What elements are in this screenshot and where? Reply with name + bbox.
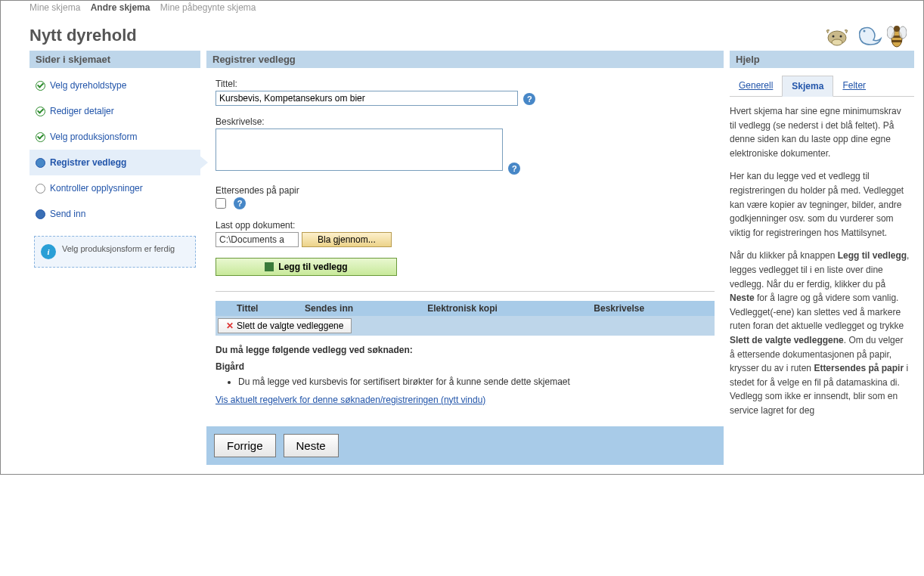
- svg-point-8: [887, 26, 895, 39]
- browse-button[interactable]: Bla gjennom...: [302, 232, 392, 247]
- required-item: Du må legge ved kursbevis for sertifiser…: [238, 376, 715, 387]
- regulations-link[interactable]: Vis aktuelt regelverk for denne søknaden…: [215, 395, 485, 405]
- file-path-display: C:\Documents a: [215, 232, 299, 247]
- help-header: Hjelp: [730, 51, 914, 68]
- help-tab-generell[interactable]: Generell: [730, 76, 782, 96]
- sidebar: Sider i skjemaet Velg dyreholdstype Redi…: [29, 51, 200, 272]
- info-box: i Velg produksjonsform er ferdig: [34, 236, 196, 268]
- svg-point-1: [832, 39, 842, 45]
- paper-label: Ettersendes på papir: [215, 185, 715, 196]
- sidebar-item-label[interactable]: Kontroller opplysninger: [50, 183, 143, 194]
- nav-bar: Forrige Neste: [206, 426, 724, 465]
- help-icon[interactable]: ?: [234, 197, 246, 209]
- next-button[interactable]: Neste: [284, 434, 339, 457]
- help-tab-skjema[interactable]: Skjema: [782, 76, 833, 97]
- title-input[interactable]: [215, 91, 518, 106]
- title-label: Tittel:: [215, 79, 715, 89]
- help-icon[interactable]: ?: [523, 93, 535, 105]
- help-body: Hvert skjema har sine egne minimumskrav …: [730, 104, 914, 417]
- help-tab-felter[interactable]: Felter: [833, 76, 875, 96]
- svg-rect-7: [891, 40, 902, 42]
- arrow-right-icon: [199, 155, 208, 170]
- cow-icon: [823, 23, 851, 48]
- sidebar-item-rediger[interactable]: Rediger detaljer: [29, 98, 200, 124]
- pending-icon: [36, 184, 45, 194]
- svg-point-2: [833, 36, 835, 38]
- bee-icon: [887, 22, 907, 49]
- tab-pabegynte-skjema[interactable]: Mine påbegynte skjema: [160, 2, 256, 13]
- help-tabs: Generell Skjema Felter: [730, 76, 914, 97]
- sidebar-item-label[interactable]: Registrer vedlegg: [50, 157, 126, 168]
- check-icon: [36, 132, 45, 142]
- previous-button[interactable]: Forrige: [214, 434, 276, 457]
- info-text: Velg produksjonsform er ferdig: [62, 244, 175, 259]
- col-sendes: Sendes inn: [299, 301, 421, 316]
- paper-checkbox[interactable]: [215, 198, 226, 209]
- sidebar-item-label[interactable]: Velg produksjonsform: [50, 132, 137, 142]
- col-tittel: Tittel: [231, 301, 299, 316]
- required-heading: Du må legge følgende vedlegg ved søknade…: [215, 345, 715, 355]
- x-icon: ✕: [226, 321, 234, 331]
- check-icon: [36, 107, 45, 116]
- delete-attachments-button[interactable]: ✕ Slett de valgte vedleggene: [218, 318, 352, 333]
- col-kopi: Elektronisk kopi: [421, 301, 588, 316]
- separator: [215, 291, 715, 292]
- add-attachment-label: Legg til vedlegg: [278, 262, 347, 272]
- submit-icon: [36, 209, 45, 219]
- sidebar-item-label[interactable]: Rediger detaljer: [50, 106, 114, 116]
- description-label: Beskrivelse:: [215, 116, 715, 127]
- sidebar-item-dyreholdstype[interactable]: Velg dyreholdstype: [29, 73, 200, 98]
- attachments-table: Tittel Sendes inn Elektronisk kopi Beskr…: [215, 301, 715, 336]
- page-title: Nytt dyrehold: [29, 26, 137, 45]
- sidebar-item-label[interactable]: Send inn: [50, 209, 85, 219]
- svg-point-3: [840, 36, 842, 38]
- add-attachment-button[interactable]: Legg til vedlegg: [215, 258, 397, 276]
- upload-label: Last opp dokument:: [215, 220, 715, 231]
- check-icon: [36, 81, 45, 91]
- sidebar-item-produksjon[interactable]: Velg produksjonsform: [29, 124, 200, 150]
- sidebar-item-kontroller[interactable]: Kontroller opplysninger: [29, 175, 200, 201]
- help-icon[interactable]: ?: [508, 163, 520, 175]
- required-group: Bigård: [215, 361, 715, 372]
- header-icons: [823, 22, 914, 49]
- sidebar-item-send[interactable]: Send inn: [29, 201, 200, 227]
- help-p1: Hvert skjema har sine egne minimumskrav …: [730, 104, 910, 160]
- svg-point-9: [899, 26, 907, 39]
- help-p2: Her kan du legge ved et vedlegg til regi…: [730, 169, 910, 240]
- main-header: Registrer vedlegg: [206, 51, 724, 68]
- delete-label: Slett de valgte vedleggene: [237, 321, 343, 331]
- bird-icon: [854, 22, 884, 49]
- tab-andre-skjema[interactable]: Andre skjema: [91, 2, 150, 13]
- top-tabs: Mine skjema Andre skjema Mine påbegynte …: [29, 2, 914, 16]
- description-input[interactable]: [215, 129, 503, 171]
- sidebar-item-vedlegg[interactable]: Registrer vedlegg: [29, 150, 200, 175]
- current-step-icon: [36, 158, 45, 168]
- sidebar-item-label[interactable]: Velg dyreholdstype: [50, 80, 126, 91]
- svg-point-10: [894, 26, 900, 32]
- disk-icon: [265, 262, 274, 271]
- tab-mine-skjema[interactable]: Mine skjema: [29, 2, 80, 13]
- svg-point-4: [864, 30, 866, 33]
- info-icon: i: [41, 244, 56, 259]
- col-beskrivelse: Beskrivelse: [588, 301, 715, 316]
- help-panel: Hjelp Generell Skjema Felter Hvert skjem…: [730, 51, 914, 426]
- help-p3: Når du klikker på knappen Legg til vedle…: [730, 249, 910, 417]
- main-panel: Registrer vedlegg Tittel: ? Beskrivelse:…: [206, 51, 724, 465]
- sidebar-header: Sider i skjemaet: [29, 51, 200, 68]
